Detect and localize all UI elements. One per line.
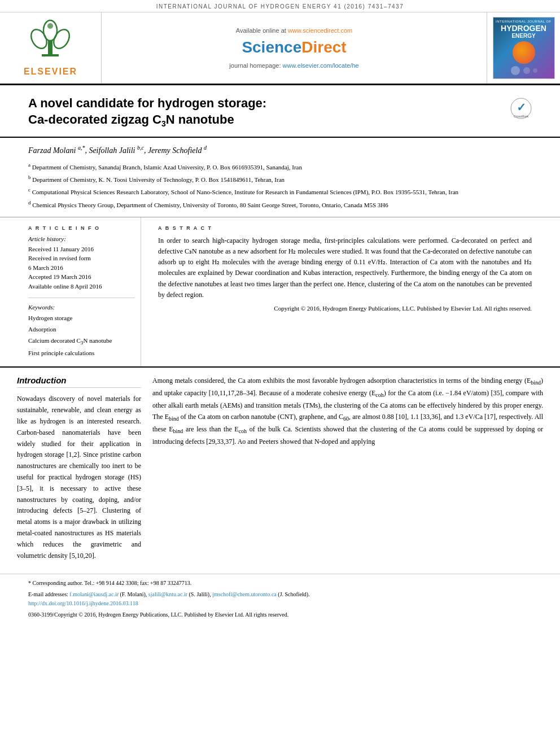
introduction-left: Introduction Nowadays discovery of novel… (17, 375, 141, 566)
email1-person: (F. Molani), (120, 591, 147, 597)
abstract-column: A B S T R A C T In order to search high-… (152, 217, 543, 367)
author1-sup: a,* (78, 145, 85, 151)
affiliation-d: d Chemical Physics Theory Group, Departm… (28, 199, 532, 210)
divider-1 (28, 298, 135, 298)
introduction-left-text: Nowadays discovery of novel materials fo… (17, 394, 141, 561)
received-date: Received 11 January 2016 (28, 246, 94, 252)
affiliation-b: b Department of Chemistry, K. N. Toosi U… (28, 173, 532, 185)
svg-text:✓: ✓ (517, 101, 526, 113)
sciencedirect-url[interactable]: www.sciencedirect.com (288, 27, 352, 34)
journal-cover-section: International Journal of HYDROGEN ENERGY (487, 12, 560, 84)
brand-direct: Direct (301, 38, 346, 56)
available-online-text: Available online at www.sciencedirect.co… (236, 27, 352, 34)
footer-section: * Corresponding author. Tel.: +98 914 44… (0, 574, 560, 623)
revised-label: Received in revised form (28, 255, 91, 261)
header-area: ELSEVIER Available online at www.science… (0, 12, 560, 85)
keywords-list: Hydrogen storage Adsorption Calcium deco… (28, 313, 135, 359)
cover-circle-graphic (513, 41, 535, 64)
abstract-label: A B S T R A C T (158, 225, 532, 231)
affiliation-a: a Department of Chemistry, Sanandaj Bran… (28, 161, 532, 172)
email2-person: (S. Jalili), (189, 591, 211, 597)
abstract-paragraph: In order to search high-capacity hydroge… (158, 235, 532, 300)
corresponding-author: * Corresponding author. Tel.: +98 914 44… (28, 579, 532, 588)
title-text-main: A novel candidate for hydrogen storage: (28, 96, 266, 110)
brand-science: Science (242, 38, 301, 56)
copyright-text: Copyright © 2016, Hydrogen Energy Public… (158, 304, 532, 314)
elsevier-logo: ELSEVIER (24, 19, 77, 77)
journal-banner: INTERNATIONAL JOURNAL OF HYDROGEN ENERGY… (0, 0, 560, 12)
article-title: A novel candidate for hydrogen storage: … (28, 95, 532, 129)
history-label: Article history: (28, 235, 135, 242)
authors-list: Farzad Molani a,*, Seifollah Jalili b,c,… (28, 145, 532, 155)
affiliation-c: c Computational Physical Sciences Resear… (28, 186, 532, 197)
article-info-label: A R T I C L E I N F O (28, 225, 135, 231)
introduction-right: Among metals considered, the Ca atom exh… (152, 375, 543, 566)
intro-para-2: Among metals considered, the Ca atom exh… (152, 375, 543, 447)
author2-sup: b,c (137, 145, 144, 151)
cover-decorative-icon (510, 65, 538, 76)
svg-point-7 (511, 66, 520, 75)
journal-homepage-url[interactable]: www.elsevier.com/locate/he (283, 62, 359, 69)
abstract-text: In order to search high-capacity hydroge… (158, 235, 532, 314)
svg-point-6 (47, 23, 53, 29)
sciencedirect-brand: ScienceDirect (242, 38, 346, 56)
history-dates: Received 11 January 2016 Received in rev… (28, 244, 135, 291)
keyword-2: Adsorption (28, 324, 135, 335)
crossmark-icon: ✓ CrossMark (510, 98, 532, 119)
cover-hydrogen-text: HYDROGEN (501, 24, 546, 33)
introduction-section: Introduction Nowadays discovery of novel… (0, 368, 560, 574)
footer-copyright: 0360-3199/Copyright © 2016, Hydrogen Ene… (28, 610, 532, 619)
title-sub-number: 3 (161, 119, 166, 128)
email3-link[interactable]: jmschofi@chem.utoronto.ca (212, 591, 277, 597)
revised-date: 6 March 2016 (28, 264, 63, 271)
svg-point-9 (533, 68, 537, 73)
keyword-4: First principle calculations (28, 348, 135, 359)
journal-homepage: journal homepage: www.elsevier.com/locat… (229, 62, 358, 69)
cover-energy-text: ENERGY (511, 33, 535, 39)
available-date: Available online 8 April 2016 (28, 283, 102, 290)
article-info-abstract: A R T I C L E I N F O Article history: R… (0, 217, 560, 368)
svg-text:CrossMark: CrossMark (514, 115, 529, 118)
keyword-1: Hydrogen storage (28, 313, 135, 324)
article-info-column: A R T I C L E I N F O Article history: R… (17, 217, 141, 367)
corresponding-text: * Corresponding author. Tel.: +98 914 44… (28, 580, 191, 586)
journal-homepage-label: journal homepage: (229, 62, 281, 69)
author3-sup: d (204, 145, 207, 151)
accepted-date: Accepted 19 March 2016 (28, 273, 91, 280)
intro-para-1: Nowadays discovery of novel materials fo… (17, 394, 141, 561)
svg-rect-4 (48, 41, 53, 56)
keyword-3: Calcium decorated C3N nanotube (28, 335, 135, 348)
doi-line: http://dx.doi.org/10.1016/j.ijhydene.201… (28, 599, 532, 608)
banner-text: INTERNATIONAL JOURNAL OF HYDROGEN ENERGY… (156, 3, 404, 10)
doi-link[interactable]: http://dx.doi.org/10.1016/j.ijhydene.201… (28, 600, 138, 606)
email-label: E-mail addresses: (28, 591, 68, 597)
elsevier-logo-section: ELSEVIER (0, 12, 102, 84)
elsevier-tree-icon (28, 19, 73, 64)
article-title-section: ✓ CrossMark A novel candidate for hydrog… (0, 85, 560, 138)
article-history: Article history: Received 11 January 201… (28, 235, 135, 291)
introduction-title: Introduction (17, 375, 141, 388)
email-line: E-mail addresses: f.molani@iausdj.ac.ir … (28, 590, 532, 599)
email3-person: (J. Schofield). (278, 591, 309, 597)
affiliations: a Department of Chemistry, Sanandaj Bran… (28, 161, 532, 210)
journal-cover-image: International Journal of HYDROGEN ENERGY (493, 17, 555, 79)
introduction-right-text: Among metals considered, the Ca atom exh… (152, 375, 543, 447)
elsevier-wordmark: ELSEVIER (24, 67, 77, 77)
email2-link[interactable]: sjalili@kntu.ac.ir (148, 591, 187, 597)
keywords-section: Keywords: Hydrogen storage Adsorption Ca… (28, 304, 135, 359)
svg-point-8 (523, 67, 530, 74)
email1-link[interactable]: f.molani@iausdj.ac.ir (69, 591, 119, 597)
title-text-sub: Ca-decorated zigzag C3N nanotube (28, 112, 234, 126)
sciencedirect-section: Available online at www.sciencedirect.co… (102, 12, 487, 84)
svg-rect-5 (42, 54, 59, 56)
authors-section: Farzad Molani a,*, Seifollah Jalili b,c,… (0, 138, 560, 217)
keywords-label: Keywords: (28, 304, 135, 311)
